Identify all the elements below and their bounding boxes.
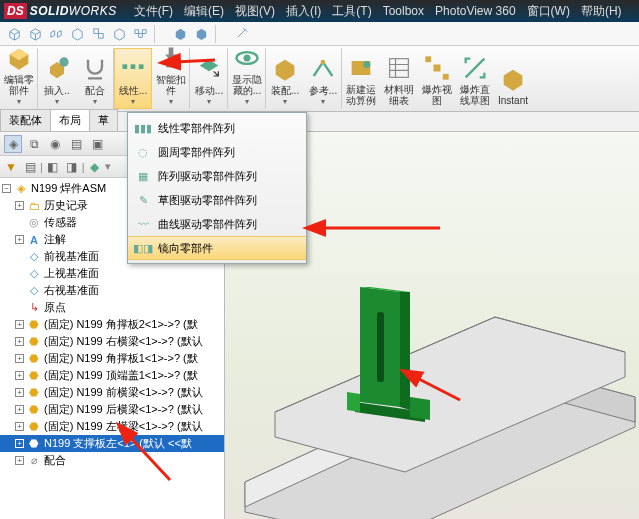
qbtn-cube7-icon[interactable] xyxy=(130,24,150,44)
svg-rect-13 xyxy=(443,74,449,80)
tree-part-2[interactable]: +⬣(固定) N199 角撑板1<1>->? (默 xyxy=(0,350,224,367)
tree-part-5[interactable]: +⬣(固定) N199 后横梁<1>->? (默认 xyxy=(0,401,224,418)
menu-tools[interactable]: 工具(T) xyxy=(327,1,376,22)
qbtn-cube3-icon[interactable] xyxy=(46,24,66,44)
qbtn-cube5-icon[interactable] xyxy=(88,24,108,44)
svg-point-7 xyxy=(321,60,326,65)
ribbon-explode-line-sketch[interactable]: 爆炸直 线草图 xyxy=(456,48,494,109)
tab-layout[interactable]: 布局 xyxy=(50,109,90,131)
panel-tab-other-icon[interactable]: ▣ xyxy=(88,135,106,153)
tabstrip: 装配体 布局 草 xyxy=(0,112,639,132)
qbtn-cube4-icon[interactable] xyxy=(67,24,87,44)
qbtn-solid1-icon[interactable] xyxy=(170,24,190,44)
tree-part-4[interactable]: +⬣(固定) N199 前横梁<1>->? (默认 xyxy=(0,384,224,401)
svg-point-0 xyxy=(59,57,68,66)
qbtn-cube1-icon[interactable] xyxy=(4,24,24,44)
ribbon-insert[interactable]: 插入..▾ xyxy=(38,48,76,109)
ribbon-new-motion-study[interactable]: 新建运 动算例 xyxy=(342,48,380,109)
tree-opt2-icon[interactable]: ◨ xyxy=(63,158,81,176)
tree-part-0[interactable]: +⬣(固定) N199 角撑板2<1>->? (默 xyxy=(0,316,224,333)
menu-edit[interactable]: 编辑(E) xyxy=(179,1,229,22)
tree-part-1[interactable]: +⬣(固定) N199 右横梁<1>->? (默认 xyxy=(0,333,224,350)
qbtn-cube6-icon[interactable] xyxy=(109,24,129,44)
ribbon-edit-component[interactable]: 编辑零 部件▾ xyxy=(0,48,38,109)
menu-file[interactable]: 文件(F) xyxy=(129,1,178,22)
app-name: SOLIDWORKS xyxy=(30,4,117,18)
dd-mirror-components[interactable]: ◧◨镜向零部件 xyxy=(128,236,306,260)
svg-marker-22 xyxy=(400,292,410,410)
svg-point-9 xyxy=(363,61,370,68)
menu-toolbox[interactable]: Toolbox xyxy=(378,2,429,20)
quickbar xyxy=(0,22,639,46)
svg-marker-26 xyxy=(410,397,430,420)
tree-part-3[interactable]: +⬣(固定) N199 顶端盖1<1>->? (默 xyxy=(0,367,224,384)
menu-window[interactable]: 窗口(W) xyxy=(522,1,575,22)
qbtn-solid2-icon[interactable] xyxy=(191,24,211,44)
svg-rect-24 xyxy=(377,312,384,382)
dd-curve-driven[interactable]: 〰曲线驱动零部件阵列 xyxy=(128,212,306,236)
svg-marker-25 xyxy=(347,392,360,412)
ribbon-assembly-features[interactable]: 装配...▾ xyxy=(266,48,304,109)
menu-help[interactable]: 帮助(H) xyxy=(576,1,627,22)
linear-pattern-icon: ▮▮▮ xyxy=(134,119,152,137)
curve-driven-icon: 〰 xyxy=(134,215,152,233)
pattern-driven-icon: ▦ xyxy=(134,167,152,185)
ribbon-ref-geometry[interactable]: 参考...▾ xyxy=(304,48,342,109)
mirror-components-icon: ◧◨ xyxy=(134,239,152,257)
qbtn-cube2-icon[interactable] xyxy=(25,24,45,44)
tree-opt3-icon[interactable]: ◆ xyxy=(86,158,104,176)
tree-plane-top[interactable]: ◇上视基准面 xyxy=(0,265,224,282)
ribbon-instant3d[interactable]: Instant xyxy=(494,48,532,109)
panel-tab-display-icon[interactable]: ◉ xyxy=(46,135,64,153)
linear-pattern-dropdown: ▮▮▮线性零部件阵列 ◌圆周零部件阵列 ▦阵列驱动零部件阵列 ✎草图驱动零部件阵… xyxy=(127,112,307,264)
tree-plane-right[interactable]: ◇右视基准面 xyxy=(0,282,224,299)
ribbon-bom[interactable]: 材料明 细表 xyxy=(380,48,418,109)
panel-tab-tree-icon[interactable]: ◈ xyxy=(4,135,22,153)
tree-opt1-icon[interactable]: ◧ xyxy=(44,158,62,176)
ribbon-smart-fastener[interactable]: 智能扣 件▾ xyxy=(152,48,190,109)
qbtn-tool-icon[interactable] xyxy=(231,24,251,44)
ds-logo-icon: DS xyxy=(4,3,27,19)
titlebar: DS SOLIDWORKS 文件(F) 编辑(E) 视图(V) 插入(I) 工具… xyxy=(0,0,639,22)
ribbon-mate[interactable]: 配合▾ xyxy=(76,48,114,109)
tab-assembly[interactable]: 装配体 xyxy=(0,109,51,131)
tree-mates[interactable]: +⌀配合 xyxy=(0,452,224,469)
logo: DS SOLIDWORKS xyxy=(4,3,117,19)
menu-insert[interactable]: 插入(I) xyxy=(281,1,326,22)
menu-photoview[interactable]: PhotoView 360 xyxy=(430,2,521,20)
tree-part-selected[interactable]: +⬣N199 支撑板左<1> (默认 <<默 xyxy=(0,435,224,452)
sketch-driven-icon: ✎ xyxy=(134,191,152,209)
ribbon-move[interactable]: 移动...▾ xyxy=(190,48,228,109)
circular-pattern-icon: ◌ xyxy=(134,143,152,161)
ribbon-linear-pattern[interactable]: 线性...▾ xyxy=(114,48,152,109)
ribbon-exploded-view[interactable]: 爆炸视 图 xyxy=(418,48,456,109)
dd-sketch-driven[interactable]: ✎草图驱动零部件阵列 xyxy=(128,188,306,212)
tree-filter-icon[interactable]: ▼ xyxy=(2,158,20,176)
dd-pattern-driven[interactable]: ▦阵列驱动零部件阵列 xyxy=(128,164,306,188)
svg-rect-3 xyxy=(139,64,144,69)
dd-linear-pattern[interactable]: ▮▮▮线性零部件阵列 xyxy=(128,116,306,140)
svg-rect-4 xyxy=(166,64,175,68)
menu-view[interactable]: 视图(V) xyxy=(230,1,280,22)
tree-origin[interactable]: ↳原点 xyxy=(0,299,224,316)
tree-display-icon[interactable]: ▤ xyxy=(21,158,39,176)
svg-rect-12 xyxy=(425,56,431,62)
svg-point-6 xyxy=(244,55,251,62)
svg-rect-1 xyxy=(123,64,128,69)
svg-rect-11 xyxy=(434,65,441,72)
panel-tab-annotation-icon[interactable]: ▤ xyxy=(67,135,85,153)
dd-circular-pattern[interactable]: ◌圆周零部件阵列 xyxy=(128,140,306,164)
ribbon: 编辑零 部件▾ 插入..▾ 配合▾ 线性...▾ 智能扣 件▾ 移动...▾ 显… xyxy=(0,46,639,112)
tab-sketch[interactable]: 草 xyxy=(89,109,118,131)
tree-part-6[interactable]: +⬣(固定) N199 左横梁<1>->? (默认 xyxy=(0,418,224,435)
ribbon-show-hide[interactable]: 显示隐 藏的...▾ xyxy=(228,48,266,109)
svg-rect-2 xyxy=(131,64,136,69)
panel-tab-config-icon[interactable]: ⧉ xyxy=(25,135,43,153)
svg-rect-10 xyxy=(390,59,409,78)
